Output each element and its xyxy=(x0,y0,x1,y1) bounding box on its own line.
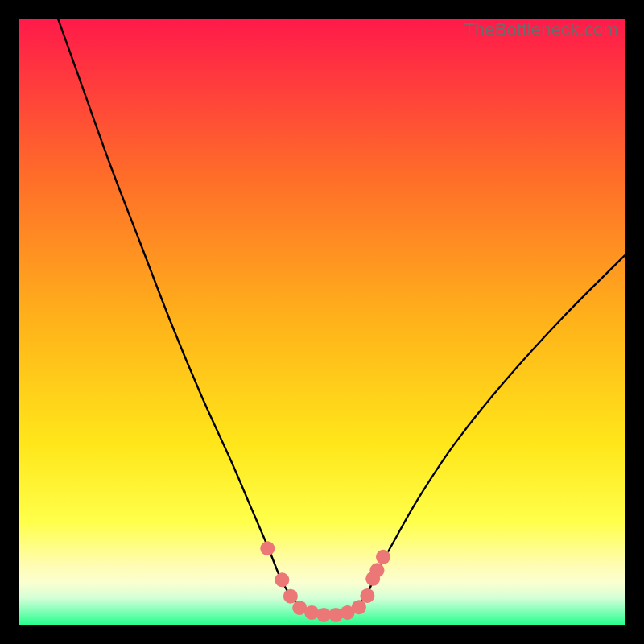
plot-area: TheBottleneck.com xyxy=(19,19,625,625)
watermark-text: TheBottleneck.com xyxy=(464,19,618,40)
curve-marker xyxy=(376,550,390,564)
curve-marker xyxy=(304,605,319,620)
curve-marker xyxy=(260,541,275,555)
outer-black-frame: TheBottleneck.com xyxy=(0,0,644,644)
curve-marker xyxy=(275,572,289,587)
curve-marker xyxy=(283,589,298,604)
curve-marker xyxy=(352,600,366,614)
curve-marker xyxy=(369,563,384,577)
curve-marker xyxy=(360,588,374,603)
gradient-background xyxy=(19,19,625,625)
chart-svg xyxy=(19,19,625,625)
